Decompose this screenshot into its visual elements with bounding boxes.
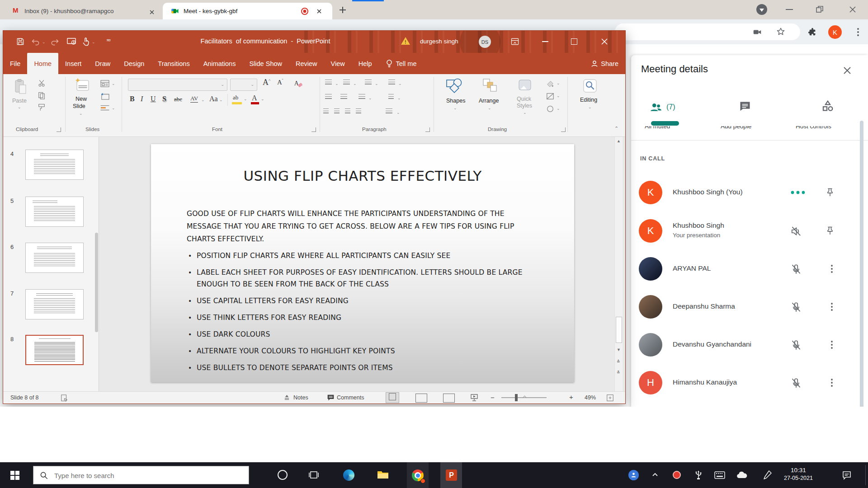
font-size-combobox[interactable]: ⌄	[230, 79, 257, 91]
shapes-dropdown-icon[interactable]: ⌄	[453, 106, 457, 110]
participant-row[interactable]: K Khushboo Singh (You)	[631, 181, 868, 204]
change-case-button[interactable]: Aa	[209, 95, 218, 103]
tab-review[interactable]: Review	[289, 53, 324, 74]
new-slide-icon[interactable]	[75, 78, 90, 93]
tab-animations[interactable]: Animations	[197, 53, 243, 74]
font-dialog-launcher-icon[interactable]	[311, 127, 316, 132]
zoom-in-button[interactable]: +	[569, 393, 573, 401]
window-close-button[interactable]	[848, 5, 857, 14]
quick-styles-label-2[interactable]: Styles	[517, 103, 532, 109]
copy-icon[interactable]	[38, 91, 46, 99]
quick-styles-icon[interactable]	[517, 78, 533, 94]
participant-menu-icon[interactable]	[827, 264, 837, 274]
font-color-button[interactable]: A	[252, 94, 257, 102]
new-tab-button[interactable]	[338, 5, 347, 14]
start-button[interactable]	[10, 470, 20, 480]
tab-slide-show[interactable]: Slide Show	[242, 53, 289, 74]
download-status-icon[interactable]	[756, 4, 768, 15]
slide-thumbnail-6[interactable]	[25, 243, 84, 273]
section-icon[interactable]	[100, 104, 110, 112]
file-explorer-icon[interactable]	[377, 470, 389, 480]
bold-button[interactable]: B	[130, 95, 135, 103]
editing-label[interactable]: Editing	[580, 97, 597, 103]
clipped-button-add-people[interactable]: Add people	[721, 126, 775, 130]
slide-thumbnail-4[interactable]	[25, 150, 84, 180]
shapes-icon[interactable]	[445, 78, 463, 94]
participant-menu-icon[interactable]	[827, 378, 837, 388]
profile-avatar[interactable]: K	[828, 25, 842, 39]
tab-insert[interactable]: Insert	[58, 53, 88, 74]
paste-dropdown-icon[interactable]: ⌄	[18, 105, 21, 109]
zoom-out-button[interactable]: −	[491, 394, 495, 401]
tab-help[interactable]: Help	[352, 53, 379, 74]
tab-draw[interactable]: Draw	[88, 53, 117, 74]
highlight-color-button[interactable]: ab	[233, 94, 238, 101]
window-restore-button[interactable]	[816, 5, 824, 14]
tab-close-icon[interactable]	[147, 8, 156, 17]
tray-people-icon[interactable]	[628, 470, 639, 480]
scroll-up-icon[interactable]: ▲	[617, 139, 621, 143]
panel-scrollbar[interactable]	[860, 121, 863, 417]
slide-layout-icon[interactable]	[100, 80, 110, 88]
tray-hidden-icons-chevron[interactable]	[651, 472, 659, 478]
slide-sorter-view-button[interactable]	[415, 394, 427, 403]
slideshow-view-button[interactable]	[470, 394, 479, 402]
highlight-color-bar[interactable]	[232, 102, 242, 104]
account-name[interactable]: durgesh singh	[420, 38, 458, 45]
window-minimize-button[interactable]	[786, 9, 793, 10]
drawing-dialog-launcher-icon[interactable]	[561, 127, 566, 132]
bullets-dropdown-icon[interactable]: ⌄	[335, 81, 339, 86]
spacing-dropdown-icon[interactable]: ⌄	[201, 98, 205, 102]
tab-close-icon[interactable]	[315, 7, 324, 16]
ribbon-display-options-icon[interactable]	[510, 37, 519, 46]
decrease-font-icon[interactable]: Aˇ	[277, 79, 283, 86]
paste-label[interactable]: Paste	[12, 98, 27, 104]
edge-icon[interactable]	[343, 469, 354, 481]
pin-icon[interactable]	[825, 225, 835, 236]
slide-thumbnail-5[interactable]	[25, 197, 84, 227]
slide-scrollbar[interactable]: ▲ ▼ ≙ ≚	[614, 137, 623, 391]
arrange-dropdown-icon[interactable]: ⌄	[488, 106, 491, 110]
font-color-bar[interactable]	[251, 102, 259, 104]
text-direction-dropdown-icon[interactable]: ⌄	[398, 81, 402, 86]
new-slide-dropdown-icon[interactable]: ⌄	[79, 111, 83, 116]
tab-view[interactable]: View	[324, 53, 352, 74]
align-text-dropdown-icon[interactable]: ⌄	[397, 96, 401, 100]
quick-styles-label-1[interactable]: Quick	[517, 96, 531, 102]
participant-row[interactable]: K Khushboo Singh Your presentation	[631, 219, 868, 243]
previous-slide-icon[interactable]: ≙	[617, 359, 620, 364]
italic-button[interactable]: I	[141, 95, 143, 103]
share-button[interactable]: Share	[584, 53, 625, 74]
shape-outline-icon[interactable]	[546, 92, 555, 100]
scroll-down-icon[interactable]: ▼	[617, 347, 621, 352]
tab-camera-icon[interactable]	[752, 27, 762, 37]
account-avatar[interactable]: DS	[479, 36, 491, 48]
zoom-level[interactable]: 49%	[585, 394, 596, 401]
participant-row[interactable]: H Himanshu Kanaujiya	[631, 371, 868, 394]
tab-file[interactable]: File	[3, 53, 27, 74]
increase-indent-icon[interactable]	[340, 94, 347, 99]
smartart-icon[interactable]	[386, 108, 392, 113]
tray-keyboard-icon[interactable]	[714, 471, 725, 479]
tab-design[interactable]: Design	[117, 53, 151, 74]
ppt-minimize-button[interactable]	[542, 41, 548, 42]
arrange-label[interactable]: Arrange	[479, 98, 499, 104]
bullets-icon[interactable]	[325, 80, 332, 84]
quick-styles-dropdown-icon[interactable]: ⌄	[523, 110, 527, 115]
tray-usb-icon[interactable]	[694, 469, 703, 480]
task-view-icon[interactable]	[309, 470, 319, 480]
editing-icon[interactable]	[582, 78, 598, 94]
clear-formatting-icon[interactable]: A	[293, 79, 303, 89]
paragraph-dialog-launcher-icon[interactable]	[425, 127, 430, 132]
extensions-puzzle-icon[interactable]	[807, 27, 817, 37]
fit-to-window-icon[interactable]	[606, 394, 614, 402]
comments-button[interactable]: Comments	[337, 394, 364, 401]
tab-gmail[interactable]: M Inbox (9) - khushboo@ramapgco	[9, 3, 161, 19]
normal-view-button[interactable]	[386, 392, 399, 403]
justify-icon[interactable]	[356, 108, 361, 113]
section-dropdown-icon[interactable]: ⌄	[112, 106, 115, 110]
layout-dropdown-icon[interactable]: ⌄	[112, 81, 115, 86]
mute-all-pill[interactable]	[651, 121, 679, 126]
new-slide-label-1[interactable]: New	[75, 96, 87, 102]
shape-fill-dropdown-icon[interactable]: ⌄	[557, 81, 560, 85]
